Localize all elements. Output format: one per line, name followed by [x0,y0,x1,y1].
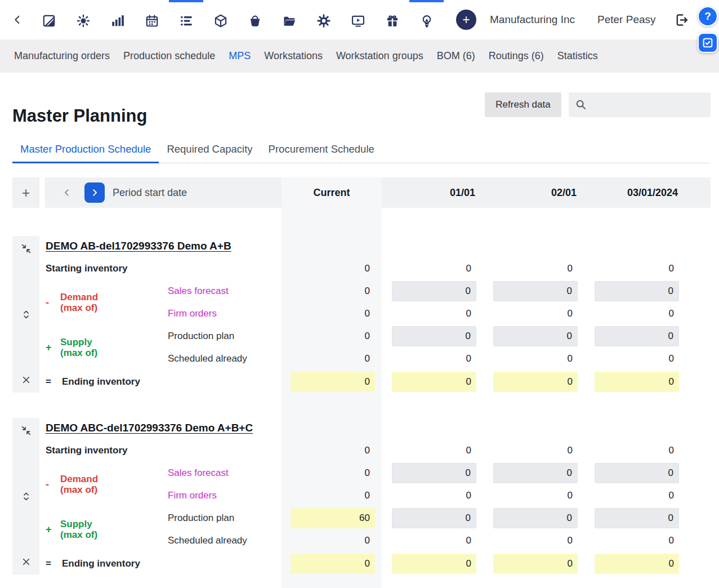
firm-orders-link[interactable]: Firm orders [168,490,217,501]
app-tile-procurement[interactable] [238,0,272,39]
minus-sign: - [46,297,60,309]
app-tile-settings[interactable] [306,0,341,39]
nav-bom[interactable]: BOM (6) [437,50,475,62]
value-cell: 0 [365,445,370,456]
ending-cell: 0 [493,372,578,392]
value-cell: 0 [669,353,674,364]
plus-sign: + [46,524,60,536]
chevron-right-icon [90,188,100,198]
top-bar: + Manufacturing Inc Peter Peasy ? [0,0,719,39]
firm-orders-link[interactable]: Firm orders [168,308,217,319]
forecast-input[interactable] [493,463,578,483]
tab-master-production-schedule[interactable]: Master Production Schedule [12,136,159,163]
logout-icon [674,12,689,28]
row-label-scheduled: Scheduled already [168,353,247,364]
supply-sublabel: (max of) [60,529,97,540]
nav-workstation-groups[interactable]: Workstation groups [336,50,423,62]
period-next-button[interactable] [84,182,105,203]
tasks-button[interactable] [698,33,718,53]
value-cell: 0 [568,490,573,501]
value-cell: 0 [568,353,573,364]
plan-input[interactable] [392,508,476,528]
diagonal-square-icon [42,14,56,28]
tab-required-capacity[interactable]: Required Capacity [159,136,260,163]
collapse-button[interactable] [21,425,32,436]
demand-label-block: - Demand(max of) [46,280,98,325]
chevron-left-icon [11,14,24,26]
calendar-icon [145,14,159,28]
value-cell: 0 [669,535,674,546]
nav-workstations[interactable]: Workstations [264,50,323,62]
table-header: + Period start date Current 01/01 02/01 … [12,177,711,208]
forecast-input[interactable] [595,463,679,483]
plan-input[interactable] [595,508,679,528]
app-tile-reports[interactable] [32,0,66,39]
sales-forecast-link[interactable]: Sales forecast [168,286,229,297]
refresh-data-button[interactable]: Refresh data [485,92,561,117]
value-cell: 0 [669,445,674,456]
table-row-scheduled: Scheduled already 0 0 0 0 [12,348,711,370]
forecast-input[interactable] [392,281,476,301]
supply-label-block: + Supply(max of) [46,507,97,552]
app-tile-documents[interactable] [272,0,306,39]
header-band: Period start date Current 01/01 02/01 03… [45,177,711,208]
nav-statistics[interactable]: Statistics [557,50,598,62]
question-glyph: ? [704,10,711,23]
table-row-sales-forecast: Sales forecast 0 [12,462,711,484]
product-link[interactable]: DEMO AB-del1702993376 Demo A+B [46,240,231,252]
plan-input[interactable] [493,508,578,528]
value-cell: 0 [568,308,573,319]
app-tile-items[interactable] [203,0,238,39]
app-tile-mps-active[interactable] [169,0,203,39]
plan-input[interactable] [392,326,476,346]
company-name[interactable]: Manufacturing Inc [490,14,575,26]
app-tile-demo-videos[interactable] [341,0,375,39]
app-tile-calendar[interactable] [135,0,169,39]
collapse-icon [21,425,32,436]
nav-routings[interactable]: Routings (6) [489,50,544,62]
sub-tabs: Master Production Schedule Required Capa… [12,136,711,163]
period-prev-button[interactable] [60,177,74,208]
logout-button[interactable] [674,12,689,28]
bar-chart-icon [110,14,125,28]
plan-input[interactable] [595,326,679,346]
ending-cell: 0 [392,372,476,392]
gift-icon [385,14,400,28]
nav-manufacturing-orders[interactable]: Manufacturing orders [14,50,110,62]
search-icon [575,99,587,110]
cube-icon [213,14,228,28]
product-link[interactable]: DEMO ABC-del1702993376 Demo A+B+C [46,422,253,434]
nav-production-schedule[interactable]: Production schedule [123,50,215,62]
app-tile-statistics[interactable] [100,0,135,39]
row-label-ending: Ending inventory [62,558,140,569]
row-label-starting: Starting inventory [46,445,127,456]
gear-icon [316,14,331,28]
add-product-button[interactable]: + [12,177,39,208]
app-tile-tips[interactable] [409,0,444,39]
row-label-production-plan: Production plan [168,331,234,342]
supply-label-block: + Supply(max of) [46,325,97,370]
forecast-input[interactable] [595,281,679,301]
sales-forecast-link[interactable]: Sales forecast [168,467,229,479]
table-row-starting-inventory: Starting inventory 0 0 0 0 [12,439,711,462]
forecast-input[interactable] [392,463,476,483]
search-box [569,92,711,117]
search-input[interactable] [591,99,700,111]
forecast-input[interactable] [493,281,578,301]
row-label-production-plan: Production plan [168,513,234,524]
collapse-button[interactable] [21,243,32,254]
row-label-starting: Starting inventory [46,263,127,274]
plan-input[interactable] [493,326,578,346]
period-start-date-label: Period start date [113,177,187,208]
ending-cell: 0 [493,554,578,574]
row-label-ending: Ending inventory [62,376,140,387]
nav-mps[interactable]: MPS [229,50,251,62]
tab-procurement-schedule[interactable]: Procurement Schedule [261,136,382,163]
back-button[interactable] [9,8,26,31]
user-name[interactable]: Peter Peasy [597,14,656,26]
app-tile-crm[interactable] [66,0,100,39]
help-button[interactable]: ? [698,6,718,26]
value-cell: 0 [466,445,471,456]
app-tile-referral[interactable] [375,0,409,39]
add-new-button[interactable]: + [456,10,476,30]
